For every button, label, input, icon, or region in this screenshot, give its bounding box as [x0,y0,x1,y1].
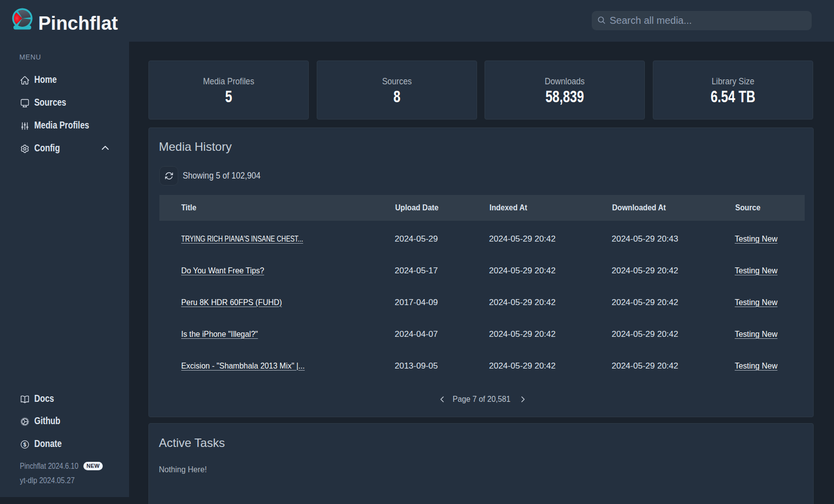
svg-text:$: $ [23,442,26,447]
